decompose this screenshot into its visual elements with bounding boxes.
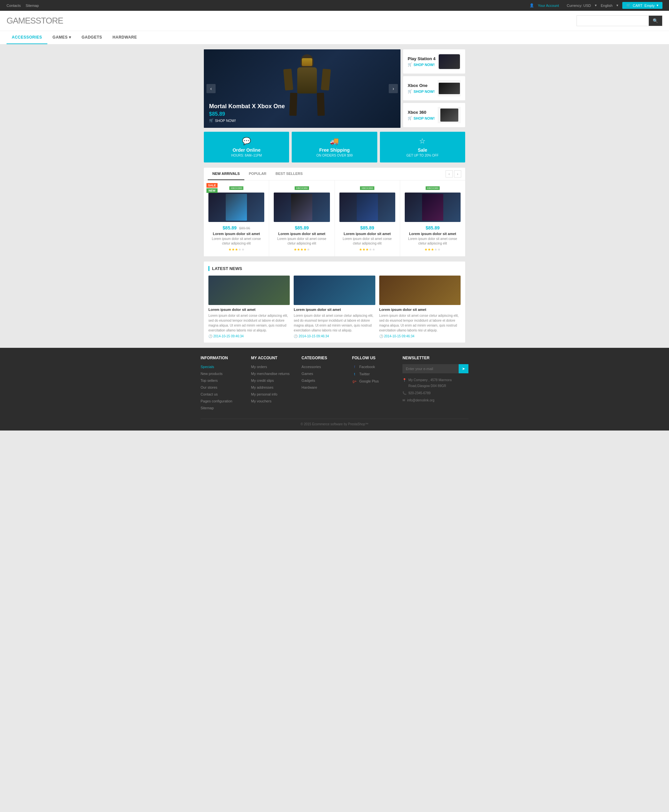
- information-title: INFORMATION: [200, 355, 245, 360]
- cart-button[interactable]: 🛒 CART Empty ▾: [622, 2, 662, 9]
- banner-free-shipping: 🚚 Free Shipping ON ORDERS OVER $99: [292, 132, 377, 162]
- news-date-3: 🕐 2014-10-15 09:46:34: [379, 334, 461, 338]
- list-item: My addresses: [251, 385, 295, 390]
- gadgets-cat-link[interactable]: Gadgets: [301, 379, 315, 382]
- top-bar: Contacts Sitemap 👤 Your Account Currency…: [0, 0, 669, 11]
- xbox-one-shop-now[interactable]: 🛒 SHOP NOW!: [408, 89, 435, 93]
- list-item: My credit slips: [251, 378, 295, 383]
- twitter-link[interactable]: t Twitter: [352, 371, 396, 377]
- product-card-2: XBOX360 $85.89 Lorem ipsum dolor sit ame…: [269, 180, 334, 256]
- specials-link[interactable]: Specials: [200, 365, 214, 369]
- nav-gadgets[interactable]: GADGETS: [76, 31, 108, 44]
- games-cat-link[interactable]: Games: [301, 372, 313, 376]
- news-image-3[interactable]: [379, 276, 461, 305]
- cart-icon-small: 🛒: [209, 118, 213, 123]
- list-item: Hardware: [301, 385, 346, 390]
- hero-price: $85.89: [209, 111, 285, 117]
- pages-config-link[interactable]: Pages configuration: [200, 399, 232, 403]
- nav-games[interactable]: GAMES ▾: [47, 31, 76, 44]
- contacts-link[interactable]: Contacts: [7, 3, 20, 8]
- contact-address: 📍 My Company , 4578 Marmora Road,Glasgow…: [402, 377, 469, 389]
- credit-slips-link[interactable]: My credit slips: [251, 379, 274, 382]
- footer-follow-us: FOLLOW US f Facebook t Twitter g+ Google…: [352, 355, 396, 412]
- twitter-icon: t: [352, 371, 357, 377]
- our-stores-link[interactable]: Our stores: [200, 386, 217, 389]
- tab-best-sellers[interactable]: BEST SELLERS: [271, 168, 308, 180]
- search-input[interactable]: [577, 16, 649, 26]
- contact-us-link[interactable]: Contact us: [200, 392, 218, 396]
- account-icon: 👤: [529, 3, 534, 8]
- product-image-2[interactable]: [274, 192, 329, 222]
- hardware-cat-link[interactable]: Hardware: [301, 386, 317, 389]
- list-item: Sitemap: [200, 405, 245, 410]
- product-platform-4: XBOX360: [425, 186, 440, 190]
- newsletter-submit-button[interactable]: ➤: [459, 364, 469, 373]
- vouchers-link[interactable]: My vouchers: [251, 399, 271, 403]
- slider-next-button[interactable]: ›: [389, 84, 398, 93]
- hero-shop-now[interactable]: 🛒 SHOP NOW!: [209, 118, 285, 123]
- product-name-1: Lorem ipsum dolor sit amet: [208, 232, 264, 236]
- product-stars-3: ★★★★★: [340, 248, 395, 252]
- footer-contact: 📍 My Company , 4578 Marmora Road,Glasgow…: [402, 377, 469, 403]
- footer-copyright: © 2015 Ecommerce software by PrestaShop™: [200, 422, 469, 426]
- xbox-360-shop-now[interactable]: 🛒 SHOP NOW!: [408, 116, 435, 120]
- cart-label: CART: [633, 3, 642, 8]
- xbox-one-console: [439, 83, 460, 94]
- product-card-1: SALE NEW XBOX360 $85.89 $89.96 Lorem ips…: [204, 180, 269, 256]
- side-panel-xbox-360: Xbox 360 🛒 SHOP NOW!: [403, 103, 465, 127]
- product-tabs: NEW ARRIVALS POPULAR BEST SELLERS ‹ ›: [204, 168, 465, 180]
- nav-accessories[interactable]: ACCESSORIES: [7, 31, 47, 44]
- contact-phone: 📞 920-2345-6789: [402, 390, 469, 396]
- product-desc-4: Lorem ipsum dolor sit amet conse ctetur …: [405, 237, 461, 246]
- addresses-link[interactable]: My addresses: [251, 386, 273, 389]
- facebook-link[interactable]: f Facebook: [352, 364, 396, 369]
- cart-icon: 🛒: [408, 116, 412, 120]
- language-selector[interactable]: English: [601, 3, 612, 8]
- google-plus-link[interactable]: g+ Google Plus: [352, 379, 396, 384]
- my-orders-link[interactable]: My orders: [251, 365, 267, 369]
- product-image-1[interactable]: [208, 192, 264, 222]
- product-price-3: $85.89: [340, 225, 395, 231]
- currency-selector[interactable]: Currency: USD: [567, 3, 591, 8]
- newsletter-form: ➤: [402, 364, 469, 373]
- news-image-2[interactable]: [294, 276, 375, 305]
- product-platform-3: XBOX360: [360, 186, 374, 190]
- products-next-button[interactable]: ›: [454, 170, 461, 177]
- ps4-shop-now[interactable]: 🛒 SHOP NOW!: [408, 62, 435, 67]
- ps4-title: Play Station 4: [408, 56, 435, 61]
- product-price-2: $85.89: [274, 225, 329, 231]
- tab-new-arrivals[interactable]: NEW ARRIVALS: [208, 168, 244, 180]
- clock-icon: 🕐: [294, 334, 298, 338]
- email-icon: ✉: [402, 398, 405, 403]
- nav-hardware[interactable]: HARDWARE: [108, 31, 143, 44]
- sitemap-link[interactable]: Sitemap: [25, 3, 39, 8]
- cart-icon: 🛒: [408, 62, 412, 67]
- list-item: Games: [301, 371, 346, 376]
- search-button[interactable]: 🔍: [649, 16, 662, 26]
- product-image-3[interactable]: [340, 192, 395, 222]
- categories-title: CATEGORIES: [301, 355, 346, 360]
- product-section: NEW ARRIVALS POPULAR BEST SELLERS ‹ › SA…: [204, 168, 465, 256]
- news-image-1[interactable]: [208, 276, 290, 305]
- newsletter-input[interactable]: [402, 364, 459, 373]
- side-panel-ps4: Play Station 4 🛒 SHOP NOW!: [403, 49, 465, 74]
- newsletter-title: NEWSLETTER: [402, 355, 469, 360]
- account-link[interactable]: Your Account: [538, 3, 559, 8]
- personal-info-link[interactable]: My personal info: [251, 392, 278, 396]
- new-products-link[interactable]: New products: [200, 372, 222, 376]
- ps4-image: [438, 53, 461, 70]
- accessories-cat-link[interactable]: Accessories: [301, 365, 321, 369]
- merchandise-returns-link[interactable]: My merchandise returns: [251, 372, 290, 376]
- product-image-4[interactable]: [405, 192, 461, 222]
- product-desc-3: Lorem ipsum dolor sit amet conse ctetur …: [340, 237, 395, 246]
- new-badge: NEW: [207, 188, 218, 193]
- logo[interactable]: GAMESSTORE: [7, 16, 63, 26]
- products-prev-button[interactable]: ‹: [445, 170, 453, 177]
- product-badge-1: SALE NEW: [207, 183, 218, 193]
- sitemap-footer-link[interactable]: Sitemap: [200, 406, 213, 410]
- product-card-4: XBOX360 $85.89 Lorem ipsum dolor sit ame…: [400, 180, 465, 256]
- news-card-3: Lorem ipsum dolor sit amet Lorem ipsum d…: [379, 276, 461, 338]
- tab-popular[interactable]: POPULAR: [244, 168, 271, 180]
- top-sellers-link[interactable]: Top sellers: [200, 379, 218, 382]
- slider-prev-button[interactable]: ‹: [207, 84, 215, 93]
